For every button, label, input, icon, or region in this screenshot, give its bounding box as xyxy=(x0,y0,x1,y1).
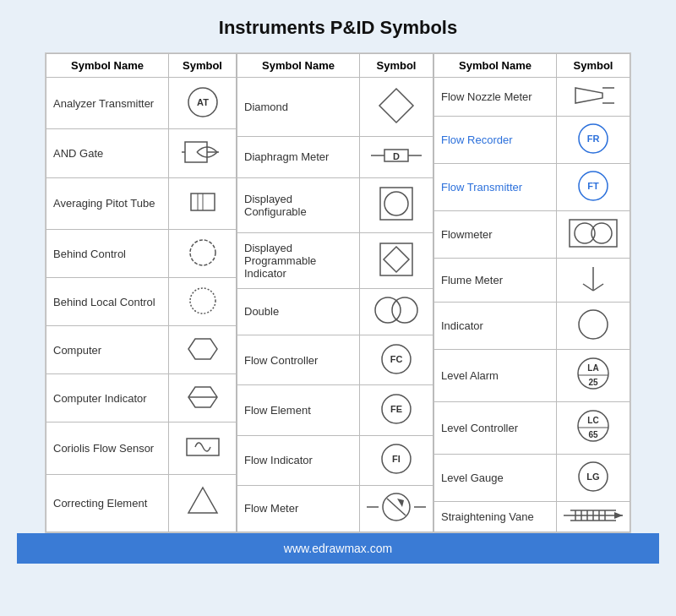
symbol-cell: FE xyxy=(360,385,433,435)
table-row: Flow Meter xyxy=(237,485,433,532)
svg-text:65: 65 xyxy=(588,430,598,439)
symbol-name-cell: Displayed Programmable Indicator xyxy=(237,233,360,289)
table1-header-name: Symbol Name xyxy=(46,54,169,78)
table-row: Indicator xyxy=(434,303,630,350)
svg-rect-43 xyxy=(570,220,617,247)
symbol-cell: AT xyxy=(169,78,237,129)
svg-rect-21 xyxy=(380,243,412,275)
table-row: Level AlarmLA25 xyxy=(434,350,630,402)
symbol-cell: FR xyxy=(557,117,630,164)
symbol-name-cell: Diaphragm Meter xyxy=(237,136,360,177)
symbol-name-cell: Flow Controller xyxy=(237,335,360,384)
symbol-cell: FI xyxy=(360,435,433,485)
table3: Symbol Name Symbol Flow Nozzle MeterFlow… xyxy=(433,53,630,532)
svg-text:LA: LA xyxy=(587,363,598,373)
svg-text:FC: FC xyxy=(390,354,403,364)
svg-text:FI: FI xyxy=(392,454,401,464)
footer: www.edrawmax.com xyxy=(17,533,659,564)
symbol-cell xyxy=(169,278,237,326)
svg-text:FR: FR xyxy=(587,134,600,144)
table2-header-name: Symbol Name xyxy=(237,54,360,78)
symbol-name-cell: Double xyxy=(237,288,360,335)
table-row: Behind Control xyxy=(46,230,237,278)
svg-text:FE: FE xyxy=(390,404,402,414)
svg-point-8 xyxy=(190,288,215,313)
symbol-cell xyxy=(557,259,630,303)
tables-container: Symbol Name Symbol Analyzer TransmitterA… xyxy=(45,52,631,533)
table2: Symbol Name Symbol DiamondDiaphragm Mete… xyxy=(237,53,433,532)
symbol-name-cell: Diamond xyxy=(237,78,360,137)
symbol-name-cell: Flow Transmitter xyxy=(434,164,557,211)
table-row: Flow ElementFE xyxy=(237,385,433,435)
symbol-cell xyxy=(169,177,237,229)
symbol-name-cell: Level Alarm xyxy=(434,350,557,402)
symbol-name-cell: Flow Nozzle Meter xyxy=(434,78,557,117)
svg-marker-14 xyxy=(379,89,413,123)
svg-marker-13 xyxy=(188,488,217,513)
symbol-name-cell: Computer xyxy=(46,326,169,374)
svg-text:D: D xyxy=(393,151,400,161)
table-row: Level ControllerLC65 xyxy=(434,402,630,455)
svg-point-7 xyxy=(190,240,215,265)
table-row: AND Gate xyxy=(46,129,237,177)
svg-marker-9 xyxy=(188,339,217,359)
symbol-cell: FT xyxy=(557,164,630,211)
svg-rect-2 xyxy=(185,142,207,162)
symbol-name-cell: Computer Indicator xyxy=(46,374,169,422)
table-row: Analyzer TransmitterAT xyxy=(46,78,237,129)
page-title: Instruments P&ID Symbols xyxy=(219,17,457,39)
table-row: Displayed Programmable Indicator xyxy=(237,233,433,289)
table-row: Behind Local Control xyxy=(46,278,237,326)
symbol-name-cell: Behind Local Control xyxy=(46,278,169,326)
symbol-cell: FC xyxy=(360,335,433,384)
table-row: Displayed Configurable xyxy=(237,177,433,233)
svg-text:FT: FT xyxy=(587,181,599,191)
symbol-cell xyxy=(557,78,630,117)
table-row: Flow RecorderFR xyxy=(434,117,630,164)
symbol-name-cell: Flume Meter xyxy=(434,259,557,303)
svg-point-23 xyxy=(375,297,401,323)
svg-marker-36 xyxy=(575,88,602,103)
symbol-cell: LG xyxy=(557,455,630,502)
table-row: Flowmeter xyxy=(434,211,630,259)
symbol-name-cell: AND Gate xyxy=(46,129,169,177)
symbol-name-cell: Displayed Configurable xyxy=(237,177,360,233)
svg-marker-69 xyxy=(614,512,623,519)
symbol-cell xyxy=(169,129,237,177)
symbol-cell: D xyxy=(360,136,433,177)
symbol-cell xyxy=(169,422,237,474)
svg-text:25: 25 xyxy=(588,378,598,387)
table-row: Diamond xyxy=(237,78,433,137)
symbol-cell xyxy=(169,326,237,374)
symbol-name-cell: Flowmeter xyxy=(434,211,557,259)
svg-marker-34 xyxy=(397,499,404,507)
symbol-name-cell: Flow Element xyxy=(237,385,360,435)
symbol-cell xyxy=(360,288,433,335)
table-row: Computer xyxy=(46,326,237,374)
table-row: Flow TransmitterFT xyxy=(434,164,630,211)
symbol-name-cell: Coriolis Flow Sensor xyxy=(46,422,169,474)
table-row: Flow Nozzle Meter xyxy=(434,78,630,117)
symbol-cell xyxy=(360,78,433,137)
table1: Symbol Name Symbol Analyzer TransmitterA… xyxy=(46,53,237,532)
table-row: Correcting Element xyxy=(46,474,237,532)
symbol-name-cell: Correcting Element xyxy=(46,474,169,532)
symbol-name-cell: Flow Meter xyxy=(237,485,360,532)
symbol-cell: LC65 xyxy=(557,402,630,455)
svg-text:LC: LC xyxy=(587,416,598,425)
table-row: Double xyxy=(237,288,433,335)
symbol-cell: LA25 xyxy=(557,350,630,402)
symbol-name-cell: Averaging Pitot Tube xyxy=(46,177,169,229)
table-row: Diaphragm MeterD xyxy=(237,136,433,177)
table1-header-symbol: Symbol xyxy=(169,54,237,78)
table-row: Coriolis Flow Sensor xyxy=(46,422,237,474)
symbol-name-cell: Analyzer Transmitter xyxy=(46,78,169,129)
svg-line-48 xyxy=(593,284,603,291)
table2-header-symbol: Symbol xyxy=(360,54,433,78)
table3-header-symbol: Symbol xyxy=(557,54,630,78)
symbol-name-cell: Level Controller xyxy=(434,402,557,455)
table-row: Computer Indicator xyxy=(46,374,237,422)
symbol-cell xyxy=(557,303,630,350)
table-row: Averaging Pitot Tube xyxy=(46,177,237,229)
svg-point-49 xyxy=(579,310,608,339)
